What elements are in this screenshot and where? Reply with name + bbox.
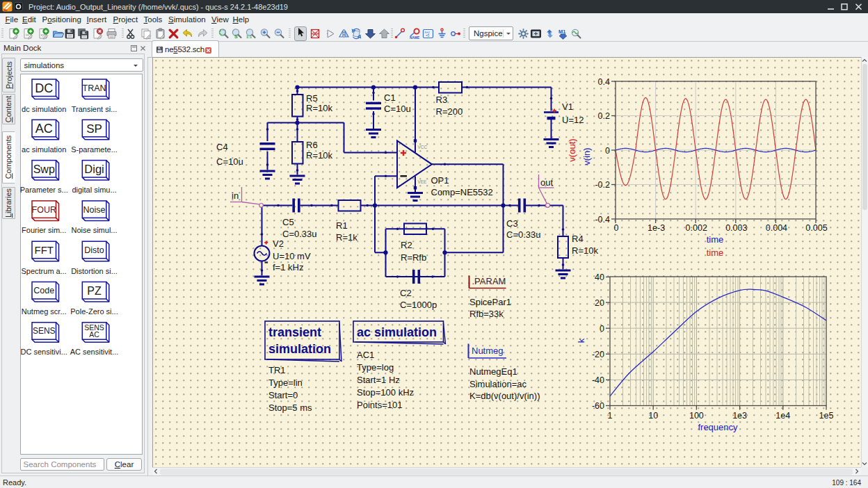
svg-text:C4: C4	[216, 142, 228, 152]
svg-text:U=12: U=12	[562, 115, 584, 125]
svg-text:R6: R6	[306, 140, 318, 150]
svg-text:VCC: VCC	[418, 145, 428, 149]
svg-text:R3: R3	[436, 95, 448, 105]
svg-text:time: time	[707, 234, 724, 245]
svg-text:AC: AC	[89, 330, 99, 339]
svg-text:C5: C5	[282, 217, 294, 227]
svg-text:0.4: 0.4	[598, 77, 610, 87]
svg-text:.PARAM: .PARAM	[472, 276, 506, 286]
svg-text:1:1: 1:1	[246, 35, 252, 39]
svg-text:digital simu...: digital simu...	[72, 186, 116, 194]
svg-text:R2: R2	[401, 240, 412, 250]
svg-text:C=10u: C=10u	[384, 104, 411, 114]
svg-text:S-paramete...: S-paramete...	[71, 145, 118, 154]
svg-text:20: 20	[595, 298, 604, 308]
svg-text:FOUR: FOUR	[32, 205, 56, 215]
svg-text:Comp=NE5532: Comp=NE5532	[431, 187, 493, 197]
svg-text:Start=1 Hz: Start=1 Hz	[357, 375, 400, 385]
svg-text:-60: -60	[592, 401, 604, 411]
svg-text:NutmegEq1: NutmegEq1	[469, 366, 517, 377]
svg-text:C=0.33u: C=0.33u	[282, 229, 317, 239]
svg-text:SENS: SENS	[33, 326, 56, 336]
svg-text:FFT: FFT	[35, 244, 54, 256]
svg-text:V1: V1	[562, 101, 573, 112]
svg-text:TR1: TR1	[268, 365, 286, 375]
svg-text:K=db(v(out)/v(in)): K=db(v(out)/v(in))	[469, 391, 540, 401]
svg-text:U=10 mV: U=10 mV	[273, 251, 311, 261]
svg-text:Type=lin: Type=lin	[268, 377, 303, 388]
svg-text:0.003: 0.003	[725, 223, 747, 233]
svg-text:Distortion si...: Distortion si...	[71, 267, 118, 275]
svg-text:R=Rfb: R=Rfb	[401, 252, 426, 263]
svg-text:R=10k: R=10k	[572, 245, 598, 256]
svg-text:Spectrum a...: Spectrum a...	[21, 267, 66, 275]
svg-text:simulation: simulation	[268, 342, 331, 356]
svg-text:time: time	[707, 247, 724, 258]
svg-text:Transient si...: Transient si...	[72, 105, 118, 113]
svg-text:AC sensitivit...: AC sensitivit...	[70, 348, 119, 356]
svg-text:100: 100	[689, 411, 704, 421]
svg-text:1e-3: 1e-3	[648, 223, 665, 233]
svg-text:SpicePar1: SpicePar1	[469, 297, 511, 307]
svg-text:R4: R4	[572, 234, 584, 244]
svg-text:v(out): v(out)	[567, 138, 577, 161]
svg-text:R=1k: R=1k	[336, 232, 357, 243]
svg-text:1e4: 1e4	[775, 411, 790, 421]
svg-text:-0.2: -0.2	[595, 180, 610, 190]
svg-text:v(in): v(in)	[581, 147, 592, 165]
svg-text:f=1 kHz: f=1 kHz	[273, 262, 303, 273]
svg-text:R=200: R=200	[436, 106, 463, 117]
svg-text:Type=log: Type=log	[357, 362, 394, 373]
svg-text:S: S	[234, 34, 238, 39]
svg-text:Stop=100 kHz: Stop=100 kHz	[357, 387, 414, 398]
svg-text:DC sensitivi...: DC sensitivi...	[21, 348, 67, 356]
svg-text:in: in	[232, 190, 239, 201]
svg-text:C3: C3	[506, 218, 518, 229]
svg-text:out: out	[540, 177, 553, 188]
svg-text:0.2: 0.2	[598, 111, 610, 121]
svg-text:C=1000p: C=1000p	[400, 300, 437, 310]
svg-text:-20: -20	[592, 350, 604, 359]
svg-text:-0.4: -0.4	[595, 215, 610, 225]
svg-text:Parameter s...: Parameter s...	[20, 186, 68, 194]
svg-text:ac simulation: ac simulation	[22, 145, 66, 154]
svg-text:Noise simul...: Noise simul...	[71, 226, 117, 234]
svg-text:Nutmeg scr...: Nutmeg scr...	[22, 307, 67, 316]
svg-text:R5: R5	[306, 93, 318, 104]
svg-text:Start=0: Start=0	[268, 390, 298, 400]
svg-text:Swp: Swp	[33, 163, 55, 175]
svg-text:DC: DC	[35, 81, 53, 95]
svg-text:R=10k: R=10k	[306, 150, 332, 161]
svg-text:-40: -40	[592, 375, 604, 385]
svg-text:40: 40	[595, 273, 604, 282]
svg-text:C2: C2	[400, 288, 412, 298]
svg-text:C=0.33u: C=0.33u	[506, 229, 541, 240]
svg-text:Points=101: Points=101	[357, 400, 402, 410]
svg-text:1: 1	[608, 411, 613, 421]
svg-text:dc simulation: dc simulation	[22, 105, 66, 113]
svg-text:Fourier sim...: Fourier sim...	[22, 226, 66, 234]
svg-text:0: 0	[614, 223, 619, 233]
svg-text:10: 10	[648, 411, 658, 421]
svg-text:Noise: Noise	[83, 205, 106, 215]
svg-text:PZ: PZ	[87, 285, 102, 297]
svg-text:R=10k: R=10k	[306, 103, 332, 113]
svg-text:C=10u: C=10u	[216, 156, 243, 167]
svg-text:Nutmeg: Nutmeg	[472, 345, 504, 356]
svg-text:OP1: OP1	[431, 175, 449, 186]
svg-text:VEE: VEE	[418, 179, 427, 184]
svg-text:0.004: 0.004	[766, 223, 787, 233]
svg-text:frequency: frequency	[698, 422, 738, 432]
svg-text:SP: SP	[86, 122, 102, 136]
svg-text:Rfb=33k: Rfb=33k	[469, 309, 504, 319]
svg-text:Simulation=ac: Simulation=ac	[469, 379, 527, 389]
svg-text:Code: Code	[33, 286, 54, 295]
svg-text:1e5: 1e5	[819, 411, 834, 421]
svg-text:R1: R1	[336, 220, 348, 231]
svg-text:ac simulation: ac simulation	[357, 325, 437, 339]
svg-text:1e3: 1e3	[732, 411, 747, 421]
svg-text:AC1: AC1	[357, 350, 374, 360]
svg-text:NAME: NAME	[410, 36, 420, 40]
svg-text:0.002: 0.002	[686, 223, 707, 233]
svg-text:Pole-Zero si...: Pole-Zero si...	[70, 307, 118, 316]
